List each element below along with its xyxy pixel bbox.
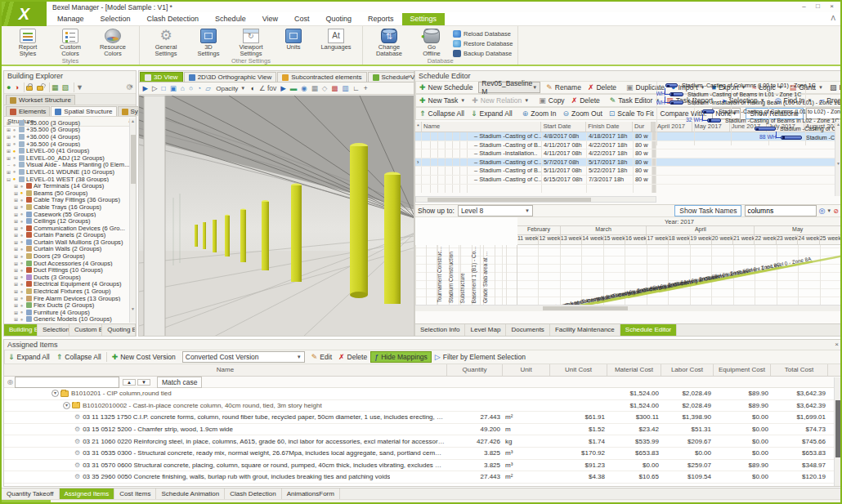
ribbon-reload-database-button[interactable]: Reload Database [453,29,513,38]
fov-control[interactable]: ∠ fov [259,84,276,92]
task-editor-button[interactable]: ✎Task Editor▼ [607,96,664,105]
maximize-button[interactable]: □ [811,2,825,11]
collapse-all-button[interactable]: ⇑Collapse All [416,109,468,118]
orbit-icon[interactable]: ○ [189,84,193,92]
tab-cost-items[interactable]: Cost Items [114,488,156,499]
minimize-button[interactable]: – [797,2,811,11]
expand-icon[interactable]: ⊞ [6,155,11,161]
menu-tab-clash-detection[interactable]: Clash Detection [139,13,208,25]
scale-to-fit-button[interactable]: ⊡Scale To Fit [606,109,657,118]
ribbon-units-button[interactable]: Units [272,28,315,59]
find-icon[interactable]: ◎ [818,207,825,215]
menu-tab-reports[interactable]: Reports [360,13,402,25]
visibility-dot-on[interactable]: ● [11,176,17,181]
new-cost-version-button[interactable]: ✚New Cost Version [109,352,179,362]
contrast-icon[interactable]: ◐ [251,84,255,92]
schedule-version-select[interactable]: Rev05_Baseline M▼ [478,82,540,93]
expand-icon[interactable]: ⊞ [13,316,19,322]
expand-icon[interactable]: ⊞ [13,310,19,315]
expand-icon[interactable]: ⊞ [13,302,19,308]
gantt-bar[interactable] [707,118,721,123]
collapse-icon[interactable]: ⊟ [6,176,11,182]
unlock-icon[interactable] [37,86,43,91]
tab-schedule-animation[interactable]: Schedule Animation [156,488,225,499]
hide-selection-icon[interactable]: ◑ [14,83,18,91]
menu-tab-settings[interactable]: Settings [402,13,446,25]
cost-item-row[interactable]: ⚙03 15 0512 5200 - Chamfer strip, wood, … [4,424,841,436]
chevron-up-icon[interactable]: ᐱ [831,15,835,22]
building-icon[interactable]: ▥ [342,84,348,92]
cost-item-row[interactable]: ⚙03 11 1325 1750 C.I.P. concrete forms, … [4,412,841,424]
hide-mappings-button[interactable]: ƒHide Mappings [370,351,432,363]
tab-assigned-items[interactable]: Assigned Items [60,488,115,499]
col-unit[interactable]: Unit [503,364,550,376]
tree-item-communication-devices[interactable]: ⊞●Communication Devices (6 Gro... [4,225,129,232]
tab-selection-info[interactable]: Selection Info [415,324,465,336]
visibility-dot-off[interactable]: ● [19,233,25,238]
tab-quantity-takeoff[interactable]: Quantity Takeoff [2,488,60,499]
tree-item-curtain-walls[interactable]: ⊞●Curtain Walls (2 Groups) [4,246,129,253]
row-expander-icon[interactable]: ▾ [52,390,59,397]
close-icon[interactable]: × [407,73,411,80]
schedule-task-row[interactable]: ›– Stadium -Casting of C..5/7/2017 08h5/… [415,158,841,167]
eye-icon[interactable]: ◉ [301,84,307,92]
menu-tab-selection[interactable]: Selection [92,13,139,25]
tab-documents[interactable]: Documents [506,324,549,336]
tab-2d-3d-orthographic-view[interactable]: 2D\3D Orthographic View [184,72,277,82]
tree-item-beams[interactable]: ⊞●Beams (50 Groups) [4,190,129,197]
close-button[interactable]: × [825,2,839,11]
tab-quoting-e[interactable]: Quoting E... [102,324,136,336]
tree-scrollbar[interactable] [129,118,136,323]
tree-item-ceilings[interactable]: ⊞●Ceilings (12 Groups) [4,217,129,225]
gantt-bar[interactable] [665,83,678,87]
col-start-date[interactable]: Start Date [541,122,586,132]
expand-icon[interactable]: ⊞ [13,253,19,259]
tree-item-level-00-adj[interactable]: ⊞●LEVEL-00_ADJ (12 Groups) [4,154,129,162]
tab-custom-b[interactable]: Custom B... [69,324,102,336]
tree-item-electrical-fixtures[interactable]: ⊞●Electrical Fixtures (1 Group) [4,288,129,295]
measure-icon[interactable]: ∟ [352,84,359,92]
expand-icon[interactable]: ⊞ [13,281,19,287]
lob-search-input[interactable] [745,205,817,216]
pointer-icon[interactable]: ▷ [152,84,158,92]
tree-item-36-000[interactable]: ⊞●+36.000 (4 Groups) [4,133,129,140]
zoom-in-button[interactable]: ⊕Zoom In [519,109,560,118]
diamond-icon[interactable]: ◇ [322,84,328,92]
gantt-bar[interactable] [670,92,683,96]
filter-icon[interactable]: ▼ [76,83,83,91]
visibility-dot-off[interactable]: ● [19,282,25,287]
construction-icon[interactable]: ▦ [311,84,318,92]
show-task-names-button[interactable]: Show Task Names [674,205,741,216]
col-quantity[interactable]: Quantity [447,364,503,376]
tab-building-e[interactable]: Building E... [4,324,38,336]
menu-tab-quoting[interactable]: Quoting [318,13,361,25]
visibility-dot-off[interactable]: ● [19,303,25,308]
tab-animationsform[interactable]: AnimationsForm [282,488,340,499]
delete-button[interactable]: ✗Delete [584,83,620,92]
expand-icon[interactable]: ⊞ [13,197,19,203]
ribbon-custom-colors-button[interactable]: CustomColors [49,28,92,59]
tree-item-cable-trays[interactable]: ⊞●Cable Trays (16 Groups) [4,203,129,211]
expand-icon[interactable]: ⊞ [13,218,19,224]
expand-icon[interactable]: ⊞ [13,225,19,231]
visibility-dot-off[interactable]: ● [19,247,25,252]
visibility-dot-off[interactable]: ● [11,163,17,167]
expand-icon[interactable]: ⊞ [13,296,19,301]
visibility-dot-off[interactable]: ● [19,239,25,244]
cost-item-row[interactable]: ⚙03 35 2960 0050 Concrete finishing, wal… [4,471,841,484]
tree-item-35-500[interactable]: ⊞●+35.500 (5 Groups) [4,127,129,134]
gantt-bar[interactable] [670,100,683,105]
visibility-dot-off[interactable]: ● [11,169,17,174]
tab-schedule-editor[interactable]: Schedule Editor [620,324,677,336]
search-prev-button[interactable]: ▲ [123,379,136,386]
visibility-dot-off[interactable]: ● [19,310,25,314]
ribbon-languages-button[interactable]: AtLanguages [315,28,357,59]
visibility-dot-off[interactable]: ● [19,289,25,294]
expand-icon[interactable]: ⊞ [13,239,19,245]
close-icon[interactable]: × [835,341,839,348]
menu-tab-manage[interactable]: Manage [49,13,92,25]
col-material-cost[interactable]: Material Cost [607,364,661,376]
visibility-dot-off[interactable]: ● [11,127,17,132]
expand-icon[interactable]: ⊞ [13,246,19,252]
tree-item-duct-fittings[interactable]: ⊞●Duct Fittings (10 Groups) [4,266,129,274]
